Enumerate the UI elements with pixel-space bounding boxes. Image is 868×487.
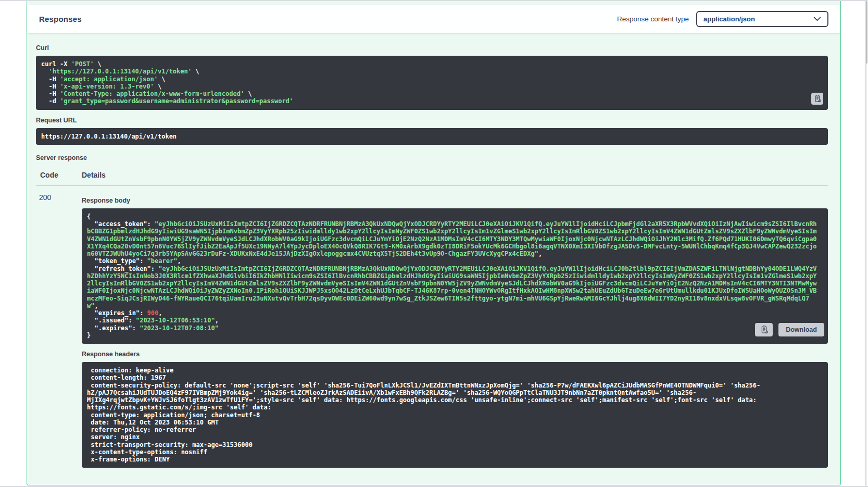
curl-copy-button[interactable] bbox=[811, 93, 823, 105]
clipboard-icon bbox=[814, 95, 821, 103]
scrollbar-thumb[interactable] bbox=[866, 1, 867, 64]
responses-section-header: Responses Response content type applicat… bbox=[27, 5, 840, 33]
response-content-type-select[interactable]: application/json bbox=[696, 11, 828, 27]
response-body-label: Response body bbox=[82, 197, 828, 204]
request-url-value: https://127.0.0.1:13140/api/v1/token bbox=[36, 128, 828, 145]
page-title: Responses bbox=[39, 15, 82, 23]
swagger-responses-page: Responses Response content type applicat… bbox=[0, 0, 868, 487]
download-button[interactable]: Download bbox=[778, 323, 824, 336]
responses-opblock: Responses Response content type applicat… bbox=[27, 1, 841, 485]
curl-code-block: curl -X 'POST' \ 'https://127.0.0.1:1314… bbox=[36, 56, 828, 110]
server-response-label: Server response bbox=[36, 154, 828, 161]
response-body-copy-button[interactable] bbox=[755, 323, 773, 336]
code-column-header: Code bbox=[40, 171, 82, 179]
response-row-200: 200 Response body { "access_token": "eyJ… bbox=[36, 186, 828, 468]
response-headers-label: Response headers bbox=[82, 351, 828, 358]
page-right-border bbox=[865, 1, 866, 486]
response-headers-code-block: connection: keep-alive content-length: 1… bbox=[82, 362, 828, 468]
response-body-code-block: { "access_token": "eyJhbGciOiJSUzUxMiIsI… bbox=[82, 208, 828, 344]
status-code: 200 bbox=[36, 192, 82, 468]
response-details-cell: Response body { "access_token": "eyJhbGc… bbox=[82, 192, 828, 468]
curl-label: Curl bbox=[36, 44, 828, 52]
responses-body: Curl curl -X 'POST' \ 'https://127.0.0.1… bbox=[36, 33, 828, 468]
response-content-type-label: Response content type bbox=[617, 15, 689, 23]
details-column-header: Details bbox=[82, 171, 106, 179]
response-body-wrap: { "access_token": "eyJhbGciOiJSUzUxMiIsI… bbox=[82, 208, 828, 344]
response-body-buttons: Download bbox=[755, 323, 824, 336]
chevron-down-icon bbox=[813, 17, 821, 21]
server-response-table: Code Details 200 Response body { "access… bbox=[36, 167, 828, 468]
clipboard-icon bbox=[760, 326, 768, 334]
server-response-table-header: Code Details bbox=[36, 167, 828, 186]
response-content-type-value: application/json bbox=[703, 15, 755, 23]
request-url-label: Request URL bbox=[36, 117, 828, 124]
